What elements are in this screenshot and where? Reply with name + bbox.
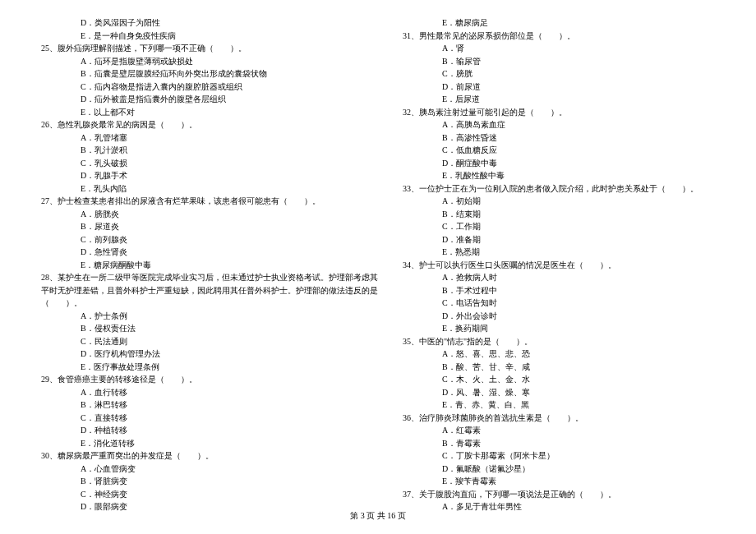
- option-line: C．民法通则: [41, 335, 353, 348]
- option-line: E．消化道转移: [41, 437, 353, 450]
- option-line: A．心血管病变: [41, 463, 353, 476]
- question-line: 25、腹外疝病理解剖描述，下列哪一项不正确（ ）。: [41, 42, 353, 55]
- option-line: C．工作期: [403, 220, 715, 233]
- option-line: D．氟哌酸（诺氟沙星）: [403, 463, 715, 476]
- left-column: D．类风湿因子为阳性E．是一种自身免疫性疾病25、腹外疝病理解剖描述，下列哪一项…: [0, 16, 378, 501]
- option-line: E．是一种自身免疫性疾病: [41, 30, 353, 43]
- option-line: C．神经病变: [41, 488, 353, 501]
- option-line: B．酸、苦、甘、辛、咸: [403, 361, 715, 374]
- option-line: A．疝环是指腹壁薄弱或缺损处: [41, 55, 353, 68]
- option-line: D．医疗机构管理办法: [41, 348, 353, 361]
- option-line: C．膀胱: [403, 67, 715, 81]
- option-line: D．准备期: [403, 233, 715, 246]
- option-line: D．风、暑、湿、燥、寒: [403, 386, 715, 399]
- option-line: C．丁胺卡那霉素（阿米卡星）: [403, 449, 715, 463]
- question-line: 30、糖尿病最严重而突出的并发症是（ ）。: [41, 449, 353, 463]
- option-line: E．乳酸性酸中毒: [403, 169, 715, 182]
- option-line: C．直接转移: [41, 412, 353, 425]
- option-line: B．结束期: [403, 208, 715, 221]
- question-line: 29、食管癌癌主要的转移途径是（ ）。: [41, 373, 353, 386]
- option-line: A．膀胱炎: [41, 208, 353, 221]
- option-line: B．淋巴转移: [41, 398, 353, 412]
- option-line: B．手术过程中: [403, 284, 715, 297]
- option-line: A．初始期: [403, 195, 715, 208]
- option-line: D．酮症酸中毒: [403, 157, 715, 170]
- right-column: E．糖尿病足31、男性最常见的泌尿系损伤部位是（ ）。A．肾B．输尿管C．膀胱D…: [378, 16, 756, 501]
- option-line: A．红霉素: [403, 424, 715, 437]
- option-line: D．类风湿因子为阳性: [41, 16, 353, 30]
- question-line: 37、关于腹股沟直疝，下列哪一项说法是正确的（ ）。: [403, 488, 715, 501]
- option-line: B．乳汁淤积: [41, 144, 353, 157]
- option-line: C．前列腺炎: [41, 233, 353, 246]
- option-line: E．乳头内陷: [41, 182, 353, 196]
- option-line: A．乳管堵塞: [41, 131, 353, 145]
- option-line: B．疝囊是壁层腹膜经疝环向外突出形成的囊袋状物: [41, 67, 353, 81]
- content-columns: D．类风湿因子为阳性E．是一种自身免疫性疾病25、腹外疝病理解剖描述，下列哪一项…: [0, 16, 756, 501]
- question-line: 35、中医的"情志"指的是（ ）。: [403, 335, 715, 348]
- option-line: D．疝外被盖是指疝囊外的腹壁各层组织: [41, 93, 353, 106]
- option-line: B．侵权责任法: [41, 322, 353, 335]
- option-line: C．木、火、土、金、水: [403, 373, 715, 386]
- question-line: 33、一位护士正在为一位刚入院的患者做入院介绍，此时护患关系处于（ ）。: [403, 182, 715, 196]
- option-line: D．外出会诊时: [403, 310, 715, 323]
- question-line: 32、胰岛素注射过量可能引起的是（ ）。: [403, 106, 715, 119]
- option-line: E．换药期间: [403, 322, 715, 335]
- option-line: D．急性肾炎: [41, 246, 353, 259]
- option-line: C．乳头破损: [41, 157, 353, 170]
- option-line: E．糖尿病酮酸中毒: [41, 259, 353, 272]
- option-line: E．熟悉期: [403, 246, 715, 259]
- option-line: D．种植转移: [41, 424, 353, 437]
- option-line: C．电话告知时: [403, 297, 715, 310]
- page-footer: 第 3 页 共 16 页: [0, 510, 756, 522]
- option-line: E．以上都不对: [41, 106, 353, 119]
- question-line: 27、护士检查某患者排出的尿液含有烂苹果味，该患者很可能患有（ ）。: [41, 195, 353, 208]
- option-line: B．高渗性昏迷: [403, 131, 715, 145]
- option-line: C．疝内容物是指进入囊内的腹腔脏器或组织: [41, 81, 353, 94]
- question-line: （ ）。: [41, 297, 353, 310]
- option-line: C．低血糖反应: [403, 144, 715, 157]
- question-line: 平时无护理差错，且普外科护士严重短缺，因此聘用其任普外科护士。护理部的做法违反的…: [41, 284, 353, 297]
- option-line: A．血行转移: [41, 386, 353, 399]
- question-line: 31、男性最常见的泌尿系损伤部位是（ ）。: [403, 30, 715, 43]
- option-line: E．后尿道: [403, 93, 715, 106]
- question-line: 26、急性乳腺炎最常见的病因是（ ）。: [41, 118, 353, 131]
- option-line: E．羧苄青霉素: [403, 475, 715, 488]
- option-line: D．乳腺手术: [41, 169, 353, 182]
- option-line: B．青霉素: [403, 437, 715, 450]
- option-line: E．青、赤、黄、白、黑: [403, 398, 715, 412]
- question-line: 28、某护生在一所二级甲等医院完成毕业实习后，但未通过护士执业资格考试。护理部考…: [41, 271, 353, 284]
- option-line: A．抢救病人时: [403, 271, 715, 284]
- option-line: A．高胰岛素血症: [403, 118, 715, 131]
- option-line: A．怒、喜、思、悲、恐: [403, 348, 715, 361]
- option-line: B．尿道炎: [41, 220, 353, 233]
- option-line: B．肾脏病变: [41, 475, 353, 488]
- question-line: 36、治疗肺炎球菌肺炎的首选抗生素是（ ）。: [403, 412, 715, 425]
- option-line: A．肾: [403, 42, 715, 55]
- option-line: D．前尿道: [403, 81, 715, 94]
- question-line: 34、护士可以执行医生口头医嘱的情况是医生在（ ）。: [403, 259, 715, 272]
- option-line: E．糖尿病足: [403, 16, 715, 30]
- option-line: B．输尿管: [403, 55, 715, 68]
- option-line: A．护士条例: [41, 310, 353, 323]
- option-line: E．医疗事故处理条例: [41, 361, 353, 374]
